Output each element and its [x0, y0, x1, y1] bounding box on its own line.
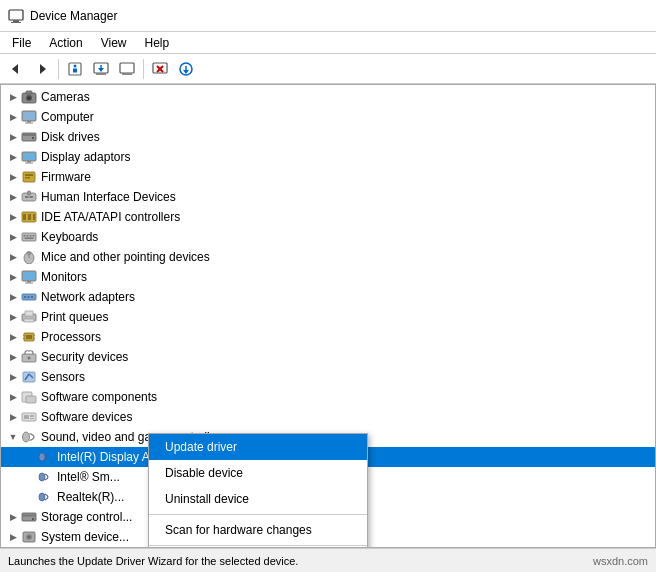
tree-item-ide-atapi[interactable]: ▶ IDE ATA/ATAPI controllers: [1, 207, 655, 227]
svg-rect-7: [73, 68, 77, 72]
expander-cameras[interactable]: ▶: [5, 89, 21, 105]
svg-rect-74: [23, 372, 35, 382]
tree-item-security-devices[interactable]: ▶ Security devices: [1, 347, 655, 367]
toolbar-forward-btn[interactable]: [30, 57, 54, 81]
main-area: ▶ Cameras ▶ Computer ▶ Disk drives ▶: [0, 84, 656, 548]
menu-help[interactable]: Help: [137, 34, 178, 52]
toolbar-sep-2: [143, 59, 144, 79]
label-system-devices: System device...: [41, 530, 129, 544]
context-menu-uninstall-device-label: Uninstall device: [165, 492, 249, 506]
svg-marker-11: [98, 68, 104, 72]
icon-software-components: [21, 389, 37, 405]
toolbar-update-btn[interactable]: [89, 57, 113, 81]
svg-rect-36: [25, 174, 33, 176]
label-print-queues: Print queues: [41, 310, 108, 324]
label-intel-smart-sound: Intel® Sm...: [57, 470, 120, 484]
tree-item-computer[interactable]: ▶ Computer: [1, 107, 655, 127]
expander-hid[interactable]: ▶: [5, 189, 21, 205]
label-security-devices: Security devices: [41, 350, 128, 364]
icon-mice: [21, 249, 37, 265]
svg-point-84: [39, 453, 45, 461]
expander-security-devices[interactable]: ▶: [5, 349, 21, 365]
toolbar-uninstall-btn[interactable]: [148, 57, 172, 81]
label-display-adaptors: Display adaptors: [41, 150, 130, 164]
svg-rect-68: [23, 335, 25, 336]
context-menu-scan-hardware-label: Scan for hardware changes: [165, 523, 312, 537]
label-disk-drives: Disk drives: [41, 130, 100, 144]
expander-firmware[interactable]: ▶: [5, 169, 21, 185]
svg-rect-43: [23, 214, 26, 220]
toolbar-download-btn[interactable]: [174, 57, 198, 81]
tree-item-print-queues[interactable]: ▶ Print queues: [1, 307, 655, 327]
svg-point-89: [32, 518, 34, 520]
expander-storage-controllers[interactable]: ▶: [5, 509, 21, 525]
svg-rect-44: [28, 214, 31, 220]
svg-rect-64: [25, 311, 33, 316]
tree-item-hid[interactable]: ▶ Human Interface Devices: [1, 187, 655, 207]
icon-disk-drives: [21, 129, 37, 145]
expander-mice[interactable]: ▶: [5, 249, 21, 265]
tree-item-cameras[interactable]: ▶ Cameras: [1, 87, 655, 107]
expander-keyboards[interactable]: ▶: [5, 229, 21, 245]
expander-sound-video-game[interactable]: ▼: [5, 429, 21, 445]
expander-software-devices[interactable]: ▶: [5, 409, 21, 425]
expander-monitors[interactable]: ▶: [5, 269, 21, 285]
menu-file[interactable]: File: [4, 34, 39, 52]
expander-display-adaptors[interactable]: ▶: [5, 149, 21, 165]
icon-display-adaptors: [21, 149, 37, 165]
svg-marker-3: [12, 64, 18, 74]
icon-processors: [21, 329, 37, 345]
expander-disk-drives[interactable]: ▶: [5, 129, 21, 145]
tree-item-mice[interactable]: ▶ Mice and other pointing devices: [1, 247, 655, 267]
tree-item-disk-drives[interactable]: ▶ Disk drives: [1, 127, 655, 147]
context-menu: Update driver Disable device Uninstall d…: [148, 433, 368, 548]
svg-rect-60: [24, 296, 26, 298]
context-menu-update-driver[interactable]: Update driver: [149, 434, 367, 460]
context-menu-scan-hardware[interactable]: Scan for hardware changes: [149, 517, 367, 543]
svg-rect-78: [26, 396, 36, 403]
label-monitors: Monitors: [41, 270, 87, 284]
label-network-adapters: Network adapters: [41, 290, 135, 304]
context-menu-sep-1: [149, 514, 367, 515]
icon-intel-display-audio: [37, 449, 53, 465]
expander-processors[interactable]: ▶: [5, 329, 21, 345]
icon-monitors: [21, 269, 37, 285]
context-menu-disable-device[interactable]: Disable device: [149, 460, 367, 486]
menu-view[interactable]: View: [93, 34, 135, 52]
icon-realtek: [37, 489, 53, 505]
tree-item-software-devices[interactable]: ▶ Software devices: [1, 407, 655, 427]
tree-item-keyboards[interactable]: ▶ Keyboards: [1, 227, 655, 247]
svg-point-30: [32, 137, 34, 139]
context-menu-update-driver-label: Update driver: [165, 440, 237, 454]
context-menu-uninstall-device[interactable]: Uninstall device: [149, 486, 367, 512]
tree-item-sensors[interactable]: ▶ Sensors: [1, 367, 655, 387]
expander-software-components[interactable]: ▶: [5, 389, 21, 405]
svg-rect-49: [30, 235, 32, 237]
tree-item-firmware[interactable]: ▶ Firmware: [1, 167, 655, 187]
expander-computer[interactable]: ▶: [5, 109, 21, 125]
toolbar-back-btn[interactable]: [4, 57, 28, 81]
toolbar-scan-btn[interactable]: [115, 57, 139, 81]
svg-rect-12: [120, 63, 134, 73]
expander-print-queues[interactable]: ▶: [5, 309, 21, 325]
svg-rect-71: [34, 338, 36, 339]
menu-action[interactable]: Action: [41, 34, 90, 52]
expander-network-adapters[interactable]: ▶: [5, 289, 21, 305]
svg-rect-87: [22, 513, 36, 521]
svg-point-83: [23, 432, 30, 442]
svg-rect-82: [30, 418, 34, 419]
svg-rect-33: [27, 161, 31, 163]
svg-rect-40: [25, 196, 29, 198]
svg-rect-81: [30, 415, 34, 417]
expander-ide-atapi[interactable]: ▶: [5, 209, 21, 225]
tree-item-display-adaptors[interactable]: ▶ Display adaptors: [1, 147, 655, 167]
tree-item-software-components[interactable]: ▶ Software components: [1, 387, 655, 407]
tree-item-processors[interactable]: ▶ Processors: [1, 327, 655, 347]
svg-rect-37: [25, 177, 30, 179]
label-cameras: Cameras: [41, 90, 90, 104]
toolbar-properties-btn[interactable]: [63, 57, 87, 81]
tree-item-monitors[interactable]: ▶ Monitors: [1, 267, 655, 287]
expander-sensors[interactable]: ▶: [5, 369, 21, 385]
tree-item-network-adapters[interactable]: ▶ Network adapters: [1, 287, 655, 307]
expander-system-devices[interactable]: ▶: [5, 529, 21, 545]
